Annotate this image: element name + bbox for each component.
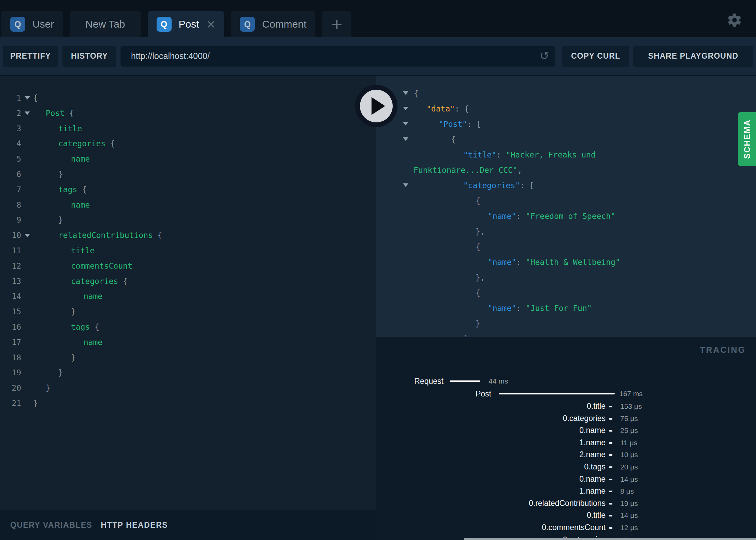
endpoint-url-input[interactable] — [120, 46, 555, 67]
query-line: 1{ — [0, 90, 376, 106]
tab-comment[interactable]: QComment — [231, 11, 315, 37]
settings-gear-icon[interactable] — [727, 12, 742, 28]
tracing-resolver-row: 2.name10 μs — [376, 449, 756, 461]
query-line: 7tags { — [0, 182, 376, 197]
tracing-span-duration: 44 ms — [489, 375, 508, 388]
tab-post[interactable]: QPost× — [148, 11, 224, 37]
query-code: } — [33, 380, 376, 396]
tracing-title: TRACING — [700, 345, 746, 355]
code-token: { — [476, 196, 480, 205]
code-token: name — [71, 200, 90, 209]
tracing-spans: Request44 msPost167 ms — [376, 375, 756, 400]
query-code: name — [33, 335, 376, 350]
fold-arrow-icon[interactable] — [21, 228, 33, 243]
resolver-duration: 10 μs — [620, 449, 638, 461]
query-code: categories { — [33, 136, 376, 151]
share-playground-button[interactable]: SHARE PLAYGROUND — [633, 46, 753, 67]
resolver-path: 0.tags — [376, 461, 606, 473]
query-line: 15} — [0, 304, 376, 319]
line-number: 12 — [0, 258, 21, 274]
query-code: } — [33, 365, 376, 380]
new-tab-button[interactable]: + — [322, 11, 351, 37]
response-line: "name": "Just For Fun" — [376, 301, 756, 316]
resolver-dash — [609, 491, 612, 492]
resolver-duration: 11 μs — [620, 437, 637, 449]
query-line: 6} — [0, 167, 376, 182]
code-token: title — [71, 246, 94, 255]
tab-new-tab[interactable]: New Tab — [70, 11, 141, 37]
resolver-dash — [609, 406, 612, 407]
fold-gutter — [21, 121, 33, 136]
schema-sidebar-tab[interactable]: SCHEMA — [738, 112, 756, 166]
query-code: name — [33, 289, 376, 304]
resolver-dash — [609, 466, 612, 468]
query-line: 21} — [0, 396, 376, 411]
tracing-resolver-row: 0.title153 μs — [376, 400, 756, 412]
response-code: { — [376, 132, 756, 147]
fold-gutter — [21, 243, 33, 258]
play-button-disc — [360, 90, 393, 122]
fold-gutter — [21, 396, 33, 411]
response-line: "Post": [ — [376, 117, 756, 132]
resolver-path: 1.name — [376, 485, 606, 497]
toolbar: PRETTIFY HISTORY ↺ COPY CURL SHARE PLAYG… — [0, 37, 756, 76]
code-token: categories — [58, 139, 110, 148]
code-token: { — [110, 139, 115, 148]
tracing-span-bar — [499, 393, 615, 394]
tracing-span-label: Request — [376, 375, 444, 388]
resolver-path: 0.title — [376, 400, 606, 412]
code-token: Post — [46, 109, 69, 118]
query-code: name — [33, 197, 376, 213]
line-number: 19 — [0, 365, 21, 380]
query-code: Post { — [33, 106, 376, 121]
prettify-button[interactable]: PRETTIFY — [3, 46, 58, 67]
fold-arrow-icon[interactable] — [21, 90, 33, 106]
fold-gutter — [21, 319, 33, 335]
tab-label: New Tab — [85, 18, 125, 30]
tracing-span-duration: 167 ms — [619, 388, 643, 400]
fold-arrow-icon[interactable] — [21, 106, 33, 121]
response-line: "name": "Freedom of Speech" — [376, 209, 756, 224]
resolver-path: 0.name — [376, 424, 606, 437]
code-token: { — [476, 288, 480, 297]
response-code: { — [376, 239, 756, 255]
chevron-down-icon — [25, 234, 30, 237]
response-code: "Post": [ — [376, 117, 756, 132]
code-token: : — [496, 150, 506, 159]
close-tab-icon[interactable]: × — [207, 17, 216, 32]
line-number: 4 — [0, 136, 21, 151]
code-token: { — [33, 93, 38, 102]
code-token: { — [451, 135, 456, 144]
code-token: : — [516, 258, 526, 267]
resolver-duration: 8 μs — [620, 485, 634, 497]
line-number: 1 — [0, 90, 21, 106]
chevron-down-icon — [25, 111, 30, 115]
query-code: } — [33, 167, 376, 182]
fold-gutter — [21, 289, 33, 304]
line-number: 9 — [0, 212, 21, 228]
query-line: 3title — [0, 121, 376, 136]
fold-gutter — [21, 182, 33, 197]
reload-schema-icon[interactable]: ↺ — [540, 49, 550, 62]
history-button[interactable]: HISTORY — [62, 46, 116, 67]
tab-label: Post — [179, 18, 199, 30]
tab-user[interactable]: QUser — [1, 11, 63, 37]
query-variables-tab[interactable]: QUERY VARIABLES — [10, 521, 92, 530]
copy-curl-button[interactable]: COPY CURL — [562, 46, 629, 67]
fold-gutter — [21, 258, 33, 274]
fold-gutter — [21, 151, 33, 167]
tracing-resolver-row: 1.name8 μs — [376, 485, 756, 497]
query-editor[interactable]: 1{2Post {3title4categories {5name6}7tags… — [0, 76, 376, 510]
execute-query-button[interactable] — [355, 85, 397, 127]
tracing-resolver-row: 0.name25 μs — [376, 424, 756, 437]
query-code: } — [33, 396, 376, 411]
line-number: 14 — [0, 289, 21, 304]
code-token: { — [158, 231, 162, 240]
fold-gutter — [21, 274, 33, 289]
response-line: }, — [376, 270, 756, 285]
resolver-dash — [609, 418, 612, 420]
tracing-horizontal-scrollbar[interactable] — [464, 538, 756, 540]
code-token: "Just For Fun" — [526, 304, 592, 313]
http-headers-tab[interactable]: HTTP HEADERS — [101, 521, 168, 530]
query-line: 2Post { — [0, 106, 376, 121]
